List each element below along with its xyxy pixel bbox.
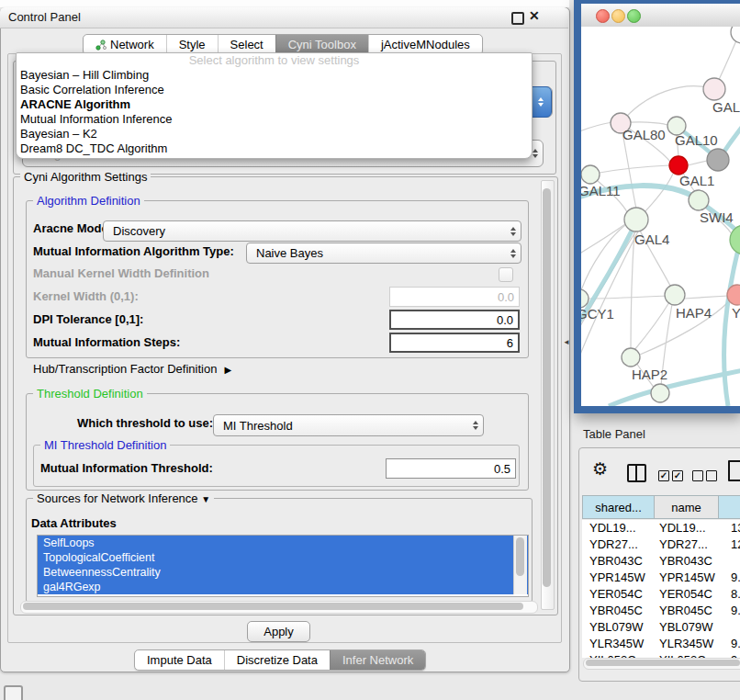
splitpane-collapse-arrow[interactable]: ◄ xyxy=(563,338,570,346)
network-graph: GALGAL80GAL10GAL1GAL11SWI4GAL4GCY1HAP4YH… xyxy=(581,27,740,406)
attribute-list-item[interactable]: SelfLoops xyxy=(38,536,528,550)
combo-spinner-focused[interactable] xyxy=(530,86,552,118)
network-canvas[interactable]: GALGAL80GAL10GAL1GAL11SWI4GAL4GCY1HAP4YH… xyxy=(581,27,740,406)
table-row[interactable]: YLR345WYLR345W9. xyxy=(582,636,740,652)
algorithm-option[interactable]: Basic Correlation Inference xyxy=(17,83,532,97)
data-attributes-list[interactable]: SelfLoopsTopologicalCoefficientBetweenne… xyxy=(37,535,529,597)
network-node[interactable] xyxy=(624,208,648,231)
column-header-name[interactable]: name xyxy=(655,495,719,519)
table-header-row: shared... name xyxy=(582,495,740,519)
table-row[interactable]: YER054CYER054C8. xyxy=(582,586,740,603)
network-node[interactable] xyxy=(581,165,600,184)
attribute-list-item[interactable]: BetweennessCentrality xyxy=(38,565,528,580)
table-cell: YER054C xyxy=(582,586,656,603)
table-panel-title: Table Panel xyxy=(583,427,645,441)
scrollbar-thumb[interactable] xyxy=(516,537,524,576)
checked-checkbox-icon[interactable]: ✓ xyxy=(658,470,669,481)
algorithm-option[interactable]: ARACNE Algorithm xyxy=(17,97,532,112)
close-traffic-light[interactable] xyxy=(596,9,610,23)
tab-infer-network[interactable]: Infer Network xyxy=(330,650,425,670)
scrollbar-thumb[interactable] xyxy=(586,660,740,666)
float-window-icon[interactable] xyxy=(511,12,524,25)
tab-jactivemnodules[interactable]: jActiveMNodules xyxy=(368,35,482,54)
network-node-label: GAL10 xyxy=(675,132,718,148)
network-node[interactable] xyxy=(703,78,725,100)
table-cell xyxy=(725,619,731,636)
unchecked-checkbox-icon[interactable] xyxy=(706,470,717,481)
table-row[interactable]: YBR045CYBR045C9. xyxy=(582,603,740,619)
algorithm-option[interactable]: Dream8 DC_TDC Algorithm xyxy=(17,141,532,156)
settings-horizontal-scrollbar[interactable] xyxy=(20,601,538,614)
network-node-label: HAP2 xyxy=(632,367,667,382)
tab-network[interactable]: Network xyxy=(84,35,166,54)
table-row[interactable]: YBR043CYBR043C xyxy=(582,553,740,570)
network-node-label: SWI4 xyxy=(700,209,734,225)
which-threshold-combo[interactable]: MI Threshold xyxy=(213,414,484,436)
tab-select[interactable]: Select xyxy=(218,35,275,54)
column-header-shared[interactable]: shared... xyxy=(582,495,655,519)
table-cell: YDL19... xyxy=(582,520,656,536)
scrollbar-thumb[interactable] xyxy=(23,603,523,610)
gear-icon[interactable]: ⚙ xyxy=(592,460,608,478)
network-node[interactable] xyxy=(707,149,729,171)
table-row[interactable]: YBL079WYBL079W xyxy=(582,619,740,636)
table-cell: YBL079W xyxy=(582,619,656,636)
table-row[interactable]: YDL19...YDL19...13 xyxy=(582,520,740,536)
mi-threshold-field[interactable] xyxy=(386,458,516,479)
column-header-extra[interactable] xyxy=(719,495,740,519)
network-node[interactable] xyxy=(665,285,685,305)
collapsed-panel-button[interactable] xyxy=(4,685,23,700)
network-node-label: GCY1 xyxy=(581,306,614,322)
network-node[interactable] xyxy=(651,384,669,402)
network-node[interactable] xyxy=(669,156,688,175)
table-cell: YBR043C xyxy=(582,553,656,570)
apply-button[interactable]: Apply xyxy=(247,621,310,642)
tab-style[interactable]: Style xyxy=(166,35,218,54)
table-row[interactable]: YPR145WYPR145W9. xyxy=(582,570,740,586)
scrollbar-thumb[interactable] xyxy=(543,188,551,587)
kernel-width-field[interactable] xyxy=(389,287,520,307)
tab-impute-data[interactable]: Impute Data xyxy=(135,650,224,670)
attribute-list-item[interactable]: gal4RGexp xyxy=(38,580,528,594)
mi-type-combo[interactable]: Naive Bayes xyxy=(246,243,521,264)
minimize-traffic-light[interactable] xyxy=(611,9,625,23)
threshold-definition-title: Threshold Definition xyxy=(33,387,147,401)
table-cell xyxy=(725,553,731,570)
attribute-list-item[interactable]: TopologicalCoefficient xyxy=(38,550,528,565)
mi-steps-field[interactable] xyxy=(389,333,520,353)
expander-right-icon: ▶ xyxy=(224,365,231,375)
zoom-traffic-light[interactable] xyxy=(627,9,641,23)
table-body: YDL19...YDL19...13YDR27...YDR27...12YBR0… xyxy=(582,520,740,658)
close-icon[interactable]: ✕ xyxy=(529,8,540,23)
table-horizontal-scrollbar[interactable] xyxy=(583,658,740,670)
dpi-tolerance-field[interactable] xyxy=(389,310,520,330)
network-node-label: GAL xyxy=(712,99,740,115)
settings-vertical-scrollbar[interactable] xyxy=(541,180,555,610)
network-node[interactable] xyxy=(689,190,709,210)
manual-kernel-checkbox[interactable] xyxy=(499,267,513,282)
table-cell: YBR043C xyxy=(656,553,725,570)
attributes-scrollbar[interactable] xyxy=(513,536,527,594)
network-node[interactable] xyxy=(622,348,640,367)
algorithm-option[interactable]: Mutual Information Inference xyxy=(17,112,532,127)
table-cell: 8. xyxy=(725,586,740,603)
table-row[interactable]: YDR27...YDR27...12 xyxy=(582,536,740,553)
network-node[interactable] xyxy=(731,27,740,43)
algorithm-definition-title: Algorithm Definition xyxy=(33,194,144,208)
aracne-mode-combo[interactable]: Discovery xyxy=(103,220,521,242)
sources-group-title[interactable]: Sources for Network Inference ▼ xyxy=(33,491,214,505)
columns-icon[interactable] xyxy=(627,464,646,482)
network-node-label: GAL11 xyxy=(581,183,621,198)
network-node-labels: GALGAL80GAL10GAL1GAL11SWI4GAL4GCY1HAP4YH… xyxy=(581,99,740,382)
data-attributes-label: Data Attributes xyxy=(31,516,117,530)
hub-factor-expander[interactable]: Hub/Transcription Factor Definition▶ xyxy=(33,362,231,376)
algorithm-option[interactable]: Bayesian – Hill Climbing xyxy=(17,68,532,83)
unchecked-checkbox-icon[interactable] xyxy=(692,470,703,481)
checked-checkbox-icon[interactable]: ✓ xyxy=(672,470,683,481)
algorithm-option[interactable]: Bayesian – K2 xyxy=(17,127,532,141)
network-node[interactable] xyxy=(730,225,740,254)
tab-cyni-toolbox[interactable]: Cyni Toolbox xyxy=(275,35,368,54)
document-icon[interactable] xyxy=(728,460,740,481)
table-cell: YDR27... xyxy=(582,536,656,553)
tab-discretize-data[interactable]: Discretize Data xyxy=(224,650,330,670)
